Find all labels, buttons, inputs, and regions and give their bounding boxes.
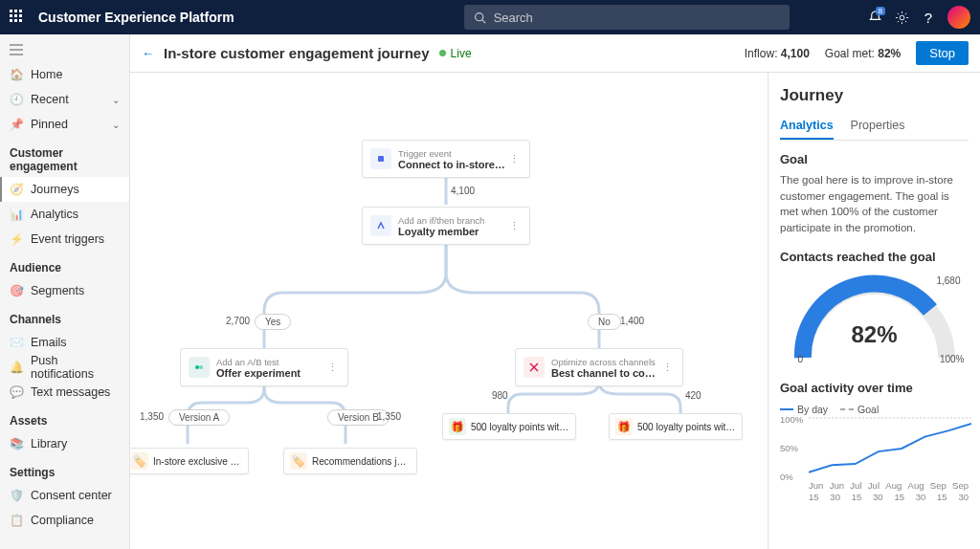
svg-point-7 bbox=[195, 365, 199, 369]
node-recommend[interactable]: 🏷️ Recommendations just for you bbox=[283, 448, 417, 474]
stop-button[interactable]: Stop bbox=[916, 41, 969, 65]
count-root: 4,100 bbox=[451, 186, 475, 196]
trigger-icon: ⚡ bbox=[10, 232, 23, 246]
svg-rect-6 bbox=[378, 156, 384, 162]
version-a-pill: Version A bbox=[168, 409, 230, 426]
help-button[interactable]: ? bbox=[915, 4, 942, 31]
node-branch[interactable]: Add an if/then branchLoyalty member ⋮ bbox=[362, 207, 530, 245]
wifi-icon bbox=[370, 148, 391, 169]
node-pts-left[interactable]: 🎁 500 loyalty points with sign-up bbox=[442, 413, 576, 440]
contacts-heading: Contacts reached the goal bbox=[780, 250, 969, 264]
push-icon: 🔔 bbox=[10, 361, 23, 374]
sidebar-item-segments[interactable]: 🎯Segments bbox=[0, 278, 129, 303]
journey-canvas[interactable]: Trigger eventConnect to in-store Wi-Fi ⋮… bbox=[130, 73, 768, 549]
library-icon: 📚 bbox=[10, 437, 23, 450]
count-chr: 420 bbox=[685, 390, 702, 401]
ab-icon bbox=[189, 357, 210, 378]
status-badge: Live bbox=[439, 47, 472, 60]
svg-point-8 bbox=[199, 365, 203, 369]
svg-line-1 bbox=[482, 19, 485, 22]
chevron-down-icon: ⌄ bbox=[112, 95, 120, 105]
no-pill: No bbox=[588, 314, 621, 330]
activity-heading: Goal activity over time bbox=[780, 381, 969, 395]
sidebar-item-library[interactable]: 📚Library bbox=[0, 431, 129, 456]
count-chl: 980 bbox=[492, 390, 508, 401]
pin-icon: 📌 bbox=[10, 118, 23, 131]
sidebar: 🏠Home🕘Recent⌄📌Pinned⌄ Customer engagemen… bbox=[0, 34, 130, 549]
node-exclusive[interactable]: 🏷️ In-store exclusive offer bbox=[130, 448, 249, 474]
app-title: Customer Experience Platform bbox=[38, 10, 234, 25]
avatar[interactable] bbox=[947, 6, 970, 29]
search-input[interactable]: Search bbox=[464, 5, 790, 30]
goal-heading: Goal bbox=[780, 152, 969, 166]
settings-button[interactable] bbox=[888, 4, 915, 31]
compliance-icon: 📋 bbox=[10, 514, 23, 527]
sidebar-item-push-notifications[interactable]: 🔔Push notifications bbox=[0, 355, 129, 380]
node-channel[interactable]: Optimize across channelsBest channel to … bbox=[515, 348, 683, 386]
count-vb: 1,350 bbox=[377, 411, 401, 422]
activity-chart: 100% 50% 0% JunJunJulJulAugAugSepSep 153… bbox=[780, 417, 969, 508]
inflow-stat: Inflow: 4,100 bbox=[745, 47, 810, 60]
node-menu-icon[interactable]: ⋮ bbox=[507, 153, 522, 165]
panel-title: Journey bbox=[780, 86, 969, 105]
top-bar: Customer Experience Platform Search 8 ? bbox=[0, 0, 980, 34]
channel-icon bbox=[523, 357, 545, 378]
goal-gauge: 82% 0 1,680 100% bbox=[789, 272, 961, 367]
branch-icon bbox=[370, 215, 391, 236]
gauge-percent: 82% bbox=[789, 321, 961, 348]
chevron-down-icon: ⌄ bbox=[112, 120, 120, 130]
offer-icon: 🏷️ bbox=[290, 452, 307, 470]
sidebar-item-emails[interactable]: ✉️Emails bbox=[0, 330, 129, 355]
svg-point-2 bbox=[900, 15, 904, 20]
offer-icon: 🏷️ bbox=[131, 452, 148, 470]
journey-title: In-store customer engagement journey bbox=[164, 45, 430, 61]
sidebar-item-consent-center[interactable]: 🛡️Consent center bbox=[0, 483, 129, 508]
sidebar-section: Customer engagement bbox=[0, 137, 129, 177]
consent-icon: 🛡️ bbox=[10, 489, 23, 502]
sidebar-item-event-triggers[interactable]: ⚡Event triggers bbox=[0, 227, 129, 252]
node-menu-icon[interactable]: ⋮ bbox=[660, 362, 675, 374]
app-launcher-icon[interactable] bbox=[10, 10, 25, 25]
hamburger-button[interactable] bbox=[0, 40, 129, 62]
chart-legend: By day Goal bbox=[780, 401, 969, 415]
sidebar-section: Assets bbox=[0, 405, 129, 431]
sidebar-section: Settings bbox=[0, 456, 129, 483]
sidebar-section: Channels bbox=[0, 303, 129, 330]
sidebar-item-analytics[interactable]: 📊Analytics bbox=[0, 202, 129, 227]
analytics-icon: 📊 bbox=[10, 208, 23, 221]
sidebar-section: Audience bbox=[0, 252, 129, 278]
sidebar-item-home[interactable]: 🏠Home bbox=[0, 62, 129, 87]
clock-icon: 🕘 bbox=[10, 93, 23, 106]
sidebar-item-compliance[interactable]: 📋Compliance bbox=[0, 508, 129, 533]
segments-icon: 🎯 bbox=[10, 284, 23, 297]
sidebar-item-text-messages[interactable]: 💬Text messages bbox=[0, 380, 129, 405]
notifications-button[interactable]: 8 bbox=[861, 4, 888, 31]
count-no: 1,400 bbox=[620, 316, 644, 326]
count-yes: 2,700 bbox=[226, 316, 250, 326]
node-menu-icon[interactable]: ⋮ bbox=[325, 362, 340, 374]
hamburger-icon bbox=[10, 44, 23, 55]
svg-point-0 bbox=[475, 12, 482, 20]
goal-text: The goal here is to improve in-store cus… bbox=[780, 172, 969, 236]
tab-analytics[interactable]: Analytics bbox=[780, 115, 834, 140]
journey-icon: 🧭 bbox=[10, 183, 23, 196]
sms-icon: 💬 bbox=[10, 385, 23, 399]
node-trigger[interactable]: Trigger eventConnect to in-store Wi-Fi ⋮ bbox=[362, 140, 530, 178]
gift-icon: 🎁 bbox=[615, 418, 633, 435]
search-placeholder: Search bbox=[494, 11, 533, 25]
gift-icon: 🎁 bbox=[449, 418, 466, 435]
side-panel: Journey Analytics Properties Goal The go… bbox=[768, 73, 980, 549]
node-pts-right[interactable]: 🎁 500 loyalty points with sign-up bbox=[609, 413, 743, 440]
tabs: Analytics Properties bbox=[780, 115, 969, 141]
tab-properties[interactable]: Properties bbox=[851, 115, 905, 140]
sidebar-item-journeys[interactable]: 🧭Journeys bbox=[0, 177, 129, 202]
home-icon: 🏠 bbox=[10, 68, 23, 81]
sidebar-item-recent[interactable]: 🕘Recent⌄ bbox=[0, 87, 129, 112]
back-button[interactable]: ← bbox=[142, 46, 154, 60]
command-bar: ← In-store customer engagement journey L… bbox=[130, 34, 980, 73]
node-ab[interactable]: Add an A/B testOffer experiment ⋮ bbox=[180, 348, 348, 386]
sidebar-item-pinned[interactable]: 📌Pinned⌄ bbox=[0, 112, 129, 137]
node-menu-icon[interactable]: ⋮ bbox=[507, 220, 522, 232]
gear-icon bbox=[895, 11, 909, 25]
question-icon: ? bbox=[924, 10, 932, 26]
